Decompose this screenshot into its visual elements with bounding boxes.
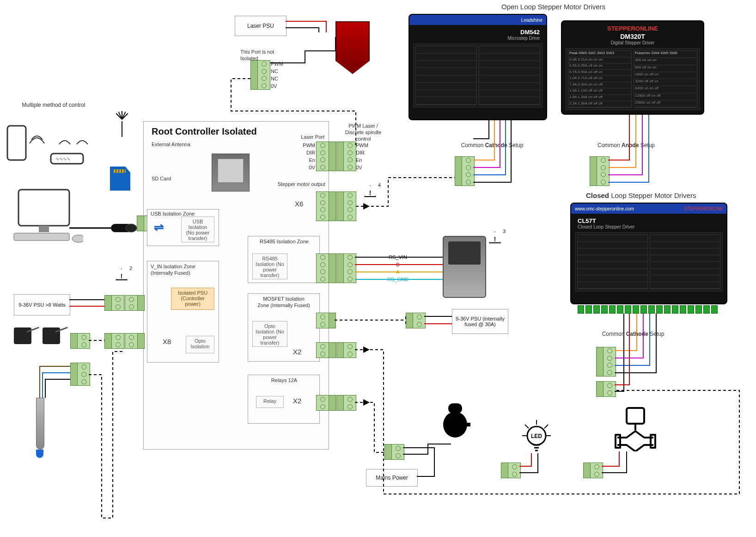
rs485-iso-box: RS485 Isolation (No power transfer) xyxy=(252,253,287,279)
open-loop-heading: Open Loop Stepper Motor Drivers xyxy=(501,3,605,12)
stepper-mult: X6 xyxy=(295,200,303,209)
stepper-ctrl-conn xyxy=(316,191,336,221)
warn-3: 3 xyxy=(489,231,501,243)
phone-router-icon: ∿∿∿∿ xyxy=(5,121,97,177)
mosfet-psu-box: 9-36V PSU (internally fused @ 30A) xyxy=(452,309,508,334)
svg-point-3 xyxy=(72,235,83,242)
vin-opto-box: Opto Isolation xyxy=(186,336,214,353)
relay-load-led-conn xyxy=(501,463,521,478)
usb-cable-icon xyxy=(69,222,143,236)
ext-antenna-label: External Antenna xyxy=(152,142,190,148)
inputs-mult: X8 xyxy=(163,338,171,346)
relay-load1-conn xyxy=(384,444,404,460)
stepper-ext-conn xyxy=(336,191,356,221)
led-icon: LED xyxy=(520,418,553,454)
laser-module-icon xyxy=(335,21,370,74)
svg-rect-19 xyxy=(627,408,644,424)
vin-ctrl-conn xyxy=(125,295,145,311)
laser-psu-box: Laser PSU xyxy=(235,16,287,36)
svg-rect-11 xyxy=(466,423,470,426)
mosfet-title: MOSFET Isolation Zone (Internally Fused) xyxy=(257,296,311,309)
closed-loop-heading: Closed Loop Stepper Motor Drivers xyxy=(586,191,696,200)
relay-ctrl-conn xyxy=(316,395,336,411)
cl57t-terminals xyxy=(578,305,718,314)
svg-text:∿∿∿∿: ∿∿∿∿ xyxy=(55,156,70,161)
iso-psu-box: Isolated PSU (Controller power) xyxy=(171,288,214,310)
relay-title: Relays 12A xyxy=(264,377,304,384)
root-controller-title: Root Controller Isolated xyxy=(152,126,257,137)
usb-icon: ⇌ xyxy=(149,219,169,235)
dm542-sig-conn xyxy=(455,156,475,186)
laser-side-pins: PWMDIREn0V xyxy=(356,142,368,171)
rs485-ctrl-conn xyxy=(316,253,336,283)
dm542-driver: Leadshine DM542 Microstep Drive xyxy=(408,14,547,120)
laser-port-conn xyxy=(250,60,270,90)
sd-card-icon xyxy=(110,167,130,191)
svg-rect-4 xyxy=(7,126,26,160)
relay-mult: X2 xyxy=(293,397,301,406)
warn-2: 2 xyxy=(116,268,128,280)
svg-rect-1 xyxy=(39,226,49,232)
valve-icon xyxy=(615,405,656,451)
vfd-icon xyxy=(443,236,486,298)
svg-line-14 xyxy=(525,425,529,428)
dm320t-driver: STEPPERONLINE DM320T Digital Stepper Dri… xyxy=(561,20,704,115)
relay-box: Relay xyxy=(256,396,284,408)
svg-rect-10 xyxy=(448,403,462,414)
cathode-label-1: Common Cathode Setup xyxy=(451,142,534,149)
antenna-icon xyxy=(113,109,131,137)
svg-point-9 xyxy=(443,412,467,438)
laser-ctrl-pins-left: PWMDIREn0V xyxy=(285,142,315,171)
svg-rect-0 xyxy=(18,190,69,226)
svg-rect-5 xyxy=(51,154,83,164)
esp32-module-icon xyxy=(212,154,250,191)
cl57t-sig-conn xyxy=(596,347,616,377)
sd-card-label: SD Card xyxy=(152,176,171,182)
limit-ext-conn xyxy=(70,333,90,349)
svg-line-15 xyxy=(544,425,548,428)
input-ctrl-conn xyxy=(125,333,145,349)
vin-zone-title: V_IN Isolation Zone (Internally Fused) xyxy=(151,264,206,277)
mosfet-vin-ctrl-conn xyxy=(316,313,336,328)
input-ext-conn xyxy=(104,333,124,349)
mosfet-opto-box: Opto Isolation (No power transfer) xyxy=(252,321,287,347)
vin-ext-conn xyxy=(104,295,124,311)
mains-box: Mains Power xyxy=(366,469,418,487)
svg-text:LED: LED xyxy=(531,433,542,439)
prox-sensor-icon xyxy=(33,379,46,458)
usb-iso-box: USB Isolation (No power transfer) xyxy=(181,216,214,242)
svg-rect-2 xyxy=(14,233,69,241)
dm320t-sig-conn xyxy=(590,156,610,186)
mosfet-mult: X2 xyxy=(293,348,301,357)
laser-side-title: PWM Laser / Discrete spindle control xyxy=(340,123,386,142)
pump-icon xyxy=(439,401,471,440)
rs485-title: RS485 Isolation Zone xyxy=(259,239,310,245)
stepper-out-label: Stepper motor output xyxy=(277,181,325,188)
limit-switch-2-icon xyxy=(43,327,60,344)
mosfet-out-ctrl-conn xyxy=(316,342,336,358)
laser-port-pins: PWMNCNC0V xyxy=(271,60,283,90)
cathode-label-2: Common Cathode Setup xyxy=(591,331,675,338)
computer-icon xyxy=(9,185,83,250)
laser-side-conn xyxy=(336,142,356,171)
cl57t-driver: www.omc-stepperonline.comSTEPPERONLINE C… xyxy=(570,203,727,304)
anode-label: Common Anode Setup xyxy=(585,142,668,149)
warn-4: 4 xyxy=(364,185,376,197)
cl57t-pwr-conn xyxy=(596,381,616,397)
rs485-pins: RS_VINBARS_GND xyxy=(359,253,437,283)
mosfet-out-ext-conn xyxy=(336,342,356,358)
laser-port-right-conn xyxy=(316,142,336,171)
relay-ext-conn xyxy=(336,395,356,411)
laser-port-label: Laser Port xyxy=(292,134,324,141)
relay-load-valve-conn xyxy=(583,463,603,478)
multi-control-label: Multiple method of control xyxy=(21,102,86,109)
svg-rect-7 xyxy=(111,224,132,232)
svg-point-8 xyxy=(126,224,137,232)
rs485-ext-conn xyxy=(336,253,356,283)
prox-ext-conn xyxy=(70,363,90,386)
mosfet-psu-conn xyxy=(406,313,426,328)
ctrl-psu-box: 9-36V PSU >8 Watts xyxy=(14,294,70,315)
limit-switch-1-icon xyxy=(14,327,31,344)
